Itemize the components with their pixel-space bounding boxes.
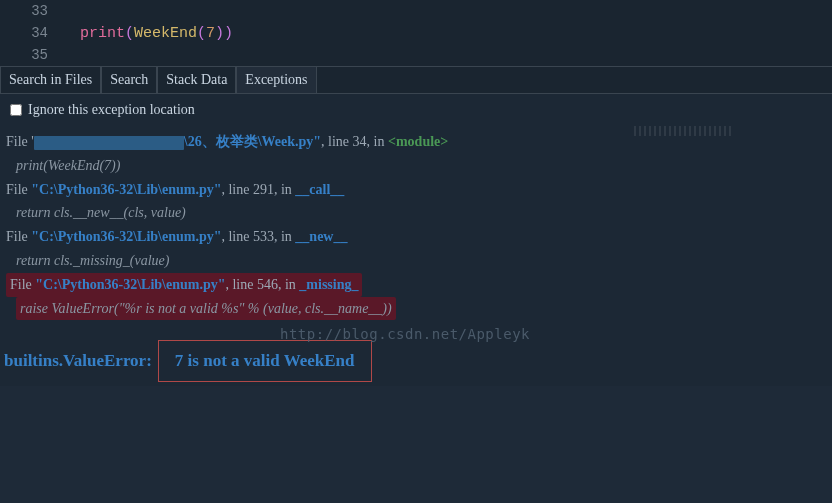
traceback-frame[interactable]: File "C:\Python36-32\Lib\enum.py", line … [0,178,832,202]
traceback-code: raise ValueError("%r is not a valid %s" … [0,297,832,321]
frame-path[interactable]: \26、枚举类\Week.py" [184,134,321,149]
traceback-code: return cls.__new__(cls, value) [0,201,832,225]
exception-summary: builtins.ValueError: 7 is not a valid We… [0,340,832,382]
tab-search[interactable]: Search [101,67,157,93]
line-number: 34 [0,25,62,41]
frame-path[interactable]: "C:\Python36-32\Lib\enum.py" [31,182,221,197]
frame-path[interactable]: "C:\Python36-32\Lib\enum.py" [35,277,225,292]
ignore-exception-label: Ignore this exception location [28,102,195,118]
frame-scope: <module> [388,134,448,149]
tab-exceptions[interactable]: Exceptions [236,67,316,93]
frame-line-info: , line 546, in [225,277,299,292]
exception-type: builtins.ValueError: [4,351,152,371]
redacted-path [34,136,184,150]
token-function: WeekEnd [134,25,197,42]
panel-tabs: Search in Files Search Stack Data Except… [0,66,832,94]
token-paren: ) [215,25,224,42]
frame-line-info: , line 533, in [221,229,295,244]
tab-search-in-files[interactable]: Search in Files [0,67,101,93]
token-paren: ( [197,25,206,42]
frame-prefix: File ' [6,134,34,149]
frame-path[interactable]: "C:\Python36-32\Lib\enum.py" [31,229,221,244]
scrollbar-marker: |||||||||||||||||||| [632,126,732,137]
frame-prefix: File [10,277,35,292]
line-number: 35 [0,47,62,63]
frame-scope: __new__ [295,229,347,244]
code-row[interactable]: print(WeekEnd(7)) [62,25,233,42]
watermark: http://blog.csdn.net/Appleyk [280,326,530,342]
traceback-frame[interactable]: File "C:\Python36-32\Lib\enum.py", line … [0,225,832,249]
code-editor[interactable]: 33 34 print(WeekEnd(7)) 35 [0,0,832,66]
frame-line-info: , line 291, in [221,182,295,197]
frame-prefix: File [6,229,31,244]
token-paren: ( [125,25,134,42]
frame-prefix: File [6,182,31,197]
token-paren: ) [224,25,233,42]
ignore-exception-checkbox[interactable] [10,104,22,116]
exceptions-panel: Ignore this exception location File '\26… [0,94,832,386]
traceback-code: return cls._missing_(value) [0,249,832,273]
tab-stack-data[interactable]: Stack Data [157,67,236,93]
traceback-code: print(WeekEnd(7)) [0,154,832,178]
traceback-frame-highlighted[interactable]: File "C:\Python36-32\Lib\enum.py", line … [0,273,832,297]
frame-scope: _missing_ [299,277,358,292]
frame-scope: __call__ [295,182,344,197]
line-number: 33 [0,3,62,19]
token-number: 7 [206,25,215,42]
token-keyword: print [80,25,125,42]
exception-message: 7 is not a valid WeekEnd [158,340,372,382]
frame-line-info: , line 34, in [321,134,388,149]
